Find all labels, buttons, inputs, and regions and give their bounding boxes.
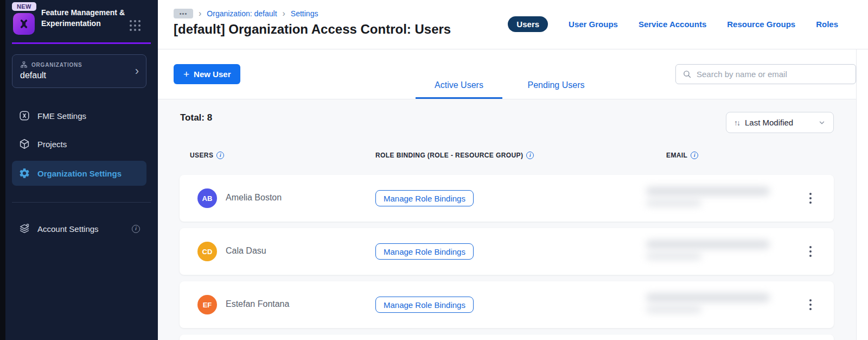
sidebar-item-label: Account Settings <box>37 224 99 234</box>
kebab-menu-button[interactable] <box>798 228 823 275</box>
sidebar-item-organization-settings[interactable]: Organization Settings <box>12 161 146 186</box>
sort-dropdown[interactable]: ↑↓ Last Modified <box>726 112 834 133</box>
tab-service-accounts[interactable]: Service Accounts <box>639 20 706 29</box>
sidebar-item-account-settings[interactable]: Account Settings i <box>12 216 146 241</box>
column-label: ROLE BINDING (ROLE - RESOURCE GROUP) <box>375 152 523 159</box>
layers-gear-icon <box>18 223 30 235</box>
breadcrumb-link-settings[interactable]: Settings <box>291 9 318 18</box>
info-icon[interactable]: i <box>132 225 140 233</box>
avatar: EF <box>197 295 217 314</box>
toolbar: + New User Active Users Pending Users <box>158 49 856 99</box>
info-icon[interactable]: i <box>526 152 534 159</box>
table-row: AB Amelia Boston Manage Role Bindings <box>180 175 834 222</box>
content-right-gutter <box>856 49 868 340</box>
redacted-email <box>646 240 776 260</box>
info-icon[interactable]: i <box>216 152 224 159</box>
product-logo-icon <box>13 13 35 35</box>
total-value: 8 <box>207 112 212 123</box>
manage-role-bindings-button[interactable]: Manage Role Bindings <box>375 243 474 260</box>
new-user-button[interactable]: + New User <box>174 64 240 84</box>
sort-selected-value: Last Modified <box>745 118 813 127</box>
plus-icon: + <box>183 70 189 79</box>
apps-grid-icon[interactable] <box>130 20 141 31</box>
redacted-email <box>646 293 776 313</box>
tab-users[interactable]: Users <box>508 16 548 32</box>
chevron-right-icon: › <box>135 65 139 77</box>
cube-icon <box>18 138 30 150</box>
search-icon <box>682 70 692 79</box>
main-area: ••• › Organization: default › Settings [… <box>158 0 868 340</box>
tab-user-groups[interactable]: User Groups <box>569 20 618 29</box>
info-icon[interactable]: i <box>691 152 698 159</box>
avatar: AB <box>197 188 217 208</box>
chevron-right-icon: › <box>199 9 201 18</box>
product-title: Feature Management & Experimentation <box>41 7 126 29</box>
fme-settings-icon <box>18 110 30 122</box>
sidebar-item-fme-settings[interactable]: FME Settings <box>12 103 146 128</box>
user-name: Amelia Boston <box>226 193 282 203</box>
app-screen: NEW Feature Management & Experimentation… <box>0 0 868 340</box>
sidebar-item-label: Projects <box>37 140 67 149</box>
table-row: CD Cala Dasu Manage Role Bindings <box>180 228 834 275</box>
sidebar: NEW Feature Management & Experimentation… <box>5 0 158 340</box>
chevron-down-icon <box>818 119 826 127</box>
kebab-menu-button[interactable] <box>798 175 823 222</box>
breadcrumb: ••• › Organization: default › Settings <box>174 9 318 18</box>
page-title: [default] Organization Access Control: U… <box>174 22 451 37</box>
new-user-button-label: New User <box>194 70 231 79</box>
organization-selector[interactable]: ORGANIZATIONS default › <box>12 54 146 88</box>
tab-roles[interactable]: Roles <box>816 20 838 29</box>
sort-arrows-icon: ↑↓ <box>734 118 739 127</box>
brand-divider <box>12 42 151 44</box>
sidebar-item-projects[interactable]: Projects <box>12 131 146 156</box>
kebab-menu-button[interactable] <box>798 281 823 328</box>
window-edge-strip <box>0 0 5 340</box>
org-selector-label: ORGANIZATIONS <box>31 62 82 68</box>
column-email: EMAIL i <box>666 152 698 159</box>
table-row-partial <box>180 335 834 340</box>
new-badge: NEW <box>12 2 36 11</box>
manage-role-bindings-button[interactable]: Manage Role Bindings <box>375 297 474 313</box>
org-hierarchy-icon <box>20 61 28 68</box>
manage-role-bindings-button[interactable]: Manage Role Bindings <box>375 190 474 206</box>
column-users: USERS i <box>190 152 224 159</box>
org-selector-value: default <box>20 71 46 80</box>
redacted-email <box>646 187 776 206</box>
column-role-binding: ROLE BINDING (ROLE - RESOURCE GROUP) i <box>375 152 534 159</box>
chevron-right-icon: › <box>283 9 285 18</box>
tab-pending-users[interactable]: Pending Users <box>521 80 591 99</box>
page-header: ••• › Organization: default › Settings [… <box>158 0 868 49</box>
sidebar-divider <box>12 202 151 203</box>
gear-icon <box>18 167 30 179</box>
total-count: Total: 8 <box>180 112 212 123</box>
user-name: Cala Dasu <box>226 246 266 256</box>
sidebar-item-label: Organization Settings <box>37 169 122 178</box>
user-list-subtabs: Active Users Pending Users <box>416 80 591 99</box>
tab-active-users[interactable]: Active Users <box>416 80 502 99</box>
tab-resource-groups[interactable]: Resource Groups <box>727 20 795 29</box>
total-label: Total: <box>180 112 205 123</box>
sidebar-item-label: FME Settings <box>37 111 86 121</box>
user-name: Estefan Fontana <box>226 299 289 309</box>
search-input[interactable] <box>697 70 849 79</box>
avatar: CD <box>197 242 217 261</box>
breadcrumb-link-organization[interactable]: Organization: default <box>207 9 277 18</box>
breadcrumb-ellipsis-button[interactable]: ••• <box>174 9 193 18</box>
table-row: EF Estefan Fontana Manage Role Bindings <box>180 281 834 328</box>
column-label: USERS <box>190 152 213 159</box>
users-list-panel: Total: 8 ↑↓ Last Modified USERS i ROLE B… <box>158 99 856 340</box>
column-label: EMAIL <box>666 152 687 159</box>
search-field[interactable] <box>675 64 856 84</box>
access-control-tabs: Users User Groups Service Accounts Resou… <box>508 16 838 32</box>
